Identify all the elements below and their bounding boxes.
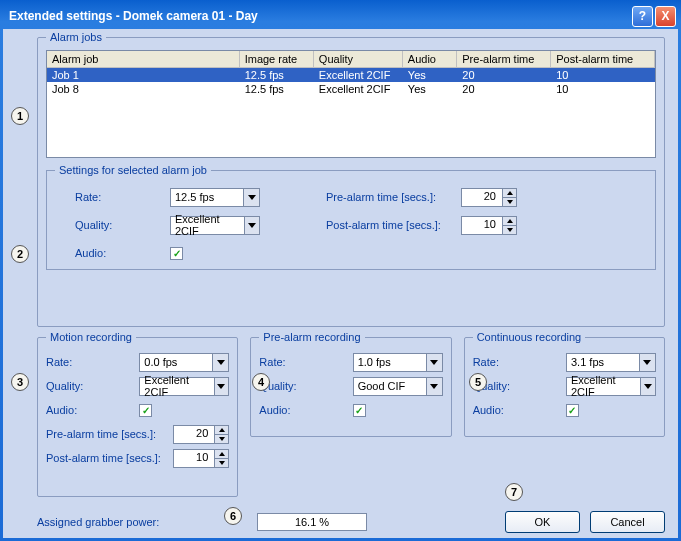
post-alarm-label: Post-alarm time [secs.]: bbox=[326, 219, 461, 231]
motion-post-spin[interactable]: 10 bbox=[173, 449, 229, 468]
motion-rate-combo[interactable]: 0.0 fps bbox=[139, 353, 229, 372]
table-row[interactable]: Job 8 12.5 fps Excellent 2CIF Yes 20 10 bbox=[47, 82, 655, 96]
continuous-legend: Continuous recording bbox=[473, 331, 586, 343]
quality-combo[interactable]: Excellent 2CIF bbox=[170, 216, 260, 235]
prealarm-rate-combo[interactable]: 1.0 fps bbox=[353, 353, 443, 372]
chevron-down-icon[interactable] bbox=[426, 378, 442, 395]
pre-alarm-spin[interactable]: 20 bbox=[461, 188, 517, 207]
table-header: Alarm job Image rate Quality Audio Pre-a… bbox=[47, 51, 655, 68]
spin-up-icon[interactable] bbox=[215, 426, 228, 434]
col-audio[interactable]: Audio bbox=[403, 51, 457, 67]
spin-down-icon[interactable] bbox=[215, 458, 228, 467]
motion-legend: Motion recording bbox=[46, 331, 136, 343]
continuous-audio-checkbox[interactable]: ✓ bbox=[566, 404, 579, 417]
close-icon: X bbox=[661, 9, 669, 23]
prealarm-legend: Pre-alarm recording bbox=[259, 331, 364, 343]
marker-6: 6 bbox=[224, 507, 242, 525]
chevron-down-icon[interactable] bbox=[244, 217, 259, 234]
audio-label: Audio: bbox=[46, 404, 96, 416]
help-icon: ? bbox=[639, 9, 646, 23]
motion-pre-spin[interactable]: 20 bbox=[173, 425, 229, 444]
settings-legend: Settings for selected alarm job bbox=[55, 164, 211, 176]
prealarm-quality-combo[interactable]: Good CIF bbox=[353, 377, 443, 396]
col-image-rate[interactable]: Image rate bbox=[240, 51, 314, 67]
continuous-quality-combo[interactable]: Excellent 2CIF bbox=[566, 377, 656, 396]
alarm-jobs-table[interactable]: Alarm job Image rate Quality Audio Pre-a… bbox=[46, 50, 656, 158]
marker-3: 3 bbox=[11, 373, 29, 391]
prealarm-recording-group: Pre-alarm recording Rate: 1.0 fps Qualit… bbox=[250, 337, 451, 437]
table-row[interactable]: Job 1 12.5 fps Excellent 2CIF Yes 20 10 bbox=[47, 68, 655, 82]
grabber-power-label: Assigned grabber power: bbox=[37, 516, 197, 528]
cancel-button[interactable]: Cancel bbox=[590, 511, 665, 533]
window-title: Extended settings - Domek camera 01 - Da… bbox=[9, 9, 630, 23]
spin-down-icon[interactable] bbox=[503, 197, 516, 206]
post-alarm-label: Post-alarm time [secs.]: bbox=[46, 452, 166, 464]
rate-label: Rate: bbox=[259, 356, 309, 368]
spin-up-icon[interactable] bbox=[503, 217, 516, 225]
rate-label: Rate: bbox=[473, 356, 523, 368]
audio-label: Audio: bbox=[259, 404, 309, 416]
chevron-down-icon[interactable] bbox=[640, 378, 655, 395]
spin-down-icon[interactable] bbox=[503, 225, 516, 234]
continuous-recording-group: Continuous recording Rate: 3.1 fps Quali… bbox=[464, 337, 665, 437]
marker-2: 2 bbox=[11, 245, 29, 263]
prealarm-audio-checkbox[interactable]: ✓ bbox=[353, 404, 366, 417]
motion-quality-combo[interactable]: Excellent 2CIF bbox=[139, 377, 229, 396]
marker-5: 5 bbox=[469, 373, 487, 391]
spin-up-icon[interactable] bbox=[503, 189, 516, 197]
rate-label: Rate: bbox=[46, 356, 96, 368]
motion-audio-checkbox[interactable]: ✓ bbox=[139, 404, 152, 417]
spin-up-icon[interactable] bbox=[215, 450, 228, 458]
ok-button[interactable]: OK bbox=[505, 511, 580, 533]
marker-4: 4 bbox=[252, 373, 270, 391]
col-post-alarm[interactable]: Post-alarm time bbox=[551, 51, 655, 67]
pre-alarm-label: Pre-alarm time [secs.]: bbox=[326, 191, 461, 203]
post-alarm-spin[interactable]: 10 bbox=[461, 216, 517, 235]
chevron-down-icon[interactable] bbox=[214, 378, 229, 395]
alarm-jobs-group: Alarm jobs Alarm job Image rate Quality … bbox=[37, 37, 665, 327]
col-alarm-job[interactable]: Alarm job bbox=[47, 51, 240, 67]
help-button[interactable]: ? bbox=[632, 6, 653, 27]
continuous-rate-combo[interactable]: 3.1 fps bbox=[566, 353, 656, 372]
audio-checkbox[interactable]: ✓ bbox=[170, 247, 183, 260]
motion-recording-group: Motion recording Rate: 0.0 fps Quality: … bbox=[37, 337, 238, 497]
titlebar[interactable]: Extended settings - Domek camera 01 - Da… bbox=[3, 3, 678, 29]
quality-label: Quality: bbox=[46, 380, 96, 392]
chevron-down-icon[interactable] bbox=[639, 354, 655, 371]
audio-label: Audio: bbox=[473, 404, 523, 416]
quality-label: Quality: bbox=[75, 219, 170, 231]
marker-1: 1 bbox=[11, 107, 29, 125]
close-button[interactable]: X bbox=[655, 6, 676, 27]
col-pre-alarm[interactable]: Pre-alarm time bbox=[457, 51, 551, 67]
col-quality[interactable]: Quality bbox=[314, 51, 403, 67]
spin-down-icon[interactable] bbox=[215, 434, 228, 443]
marker-7: 7 bbox=[505, 483, 523, 501]
audio-label: Audio: bbox=[75, 247, 170, 259]
rate-combo[interactable]: 12.5 fps bbox=[170, 188, 260, 207]
selected-job-settings: Settings for selected alarm job Rate: 12… bbox=[46, 170, 656, 270]
chevron-down-icon[interactable] bbox=[212, 354, 228, 371]
chevron-down-icon[interactable] bbox=[426, 354, 442, 371]
chevron-down-icon[interactable] bbox=[243, 189, 259, 206]
pre-alarm-label: Pre-alarm time [secs.]: bbox=[46, 428, 166, 440]
rate-label: Rate: bbox=[75, 191, 170, 203]
grabber-power-value: 16.1 % bbox=[257, 513, 367, 531]
alarm-jobs-legend: Alarm jobs bbox=[46, 31, 106, 43]
